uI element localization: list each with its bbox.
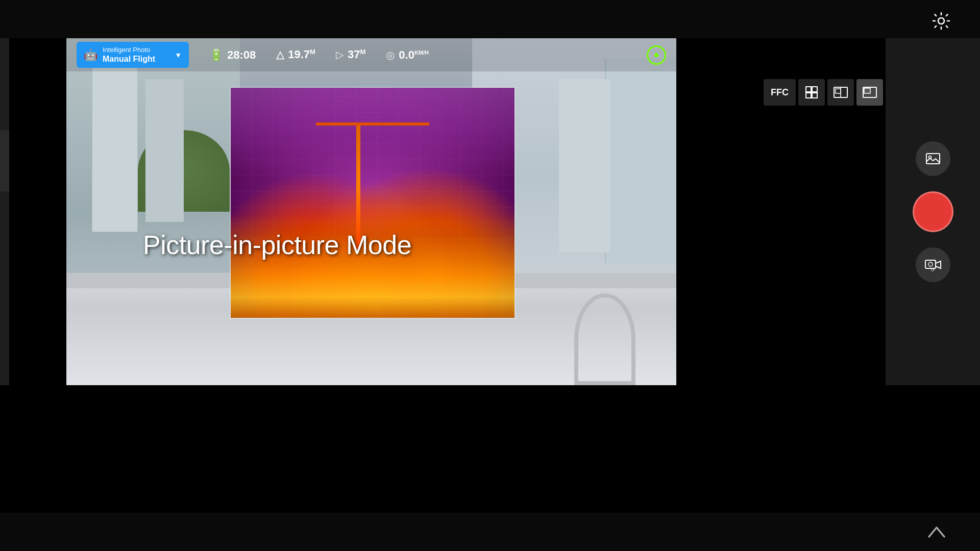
bottom-bar	[0, 513, 980, 551]
chevron-up-button[interactable]	[921, 518, 952, 546]
distance-icon: ▷	[336, 48, 344, 61]
altitude-unit: M	[310, 48, 315, 56]
hud-bar: 🤖 Intelligent Photo Manual Flight ▼ 🔋 28…	[66, 38, 676, 71]
record-button-inner	[920, 199, 946, 224]
split-view-icon	[834, 87, 848, 98]
svg-text:⟳: ⟳	[931, 267, 935, 272]
pip-label-text: Picture-in-picture Mode	[143, 230, 411, 260]
speed-icon: ◎	[386, 49, 395, 61]
gps-indicator	[647, 45, 666, 65]
svg-rect-2	[806, 93, 811, 98]
grid-align-button[interactable]	[798, 79, 825, 106]
thermal-grid-lines	[231, 88, 514, 318]
bg-building-right-2	[559, 79, 610, 253]
left-edge-tab	[0, 130, 9, 191]
ffc-button[interactable]: FFC	[764, 79, 796, 106]
pip-mode-icon	[863, 87, 877, 98]
record-button[interactable]	[913, 191, 953, 232]
svg-rect-9	[926, 154, 940, 164]
gallery-icon	[925, 151, 941, 167]
speed-stat: ◎ 0.0KM/H	[386, 48, 429, 62]
svg-rect-3	[812, 93, 817, 98]
gps-inner-dot	[654, 53, 658, 57]
distance-value: 37M	[348, 48, 365, 61]
pip-mode-label: Picture-in-picture Mode	[133, 224, 422, 265]
bg-building-right-1	[605, 59, 676, 263]
thermal-pip-overlay	[230, 87, 516, 319]
camera-toolbar: FFC	[764, 79, 883, 106]
distance-stat: ▷ 37M	[336, 48, 365, 61]
flight-mode-dropdown-icon: ▼	[175, 51, 182, 59]
thermal-content	[231, 88, 514, 318]
left-edge-panel	[0, 38, 9, 385]
top-bar	[0, 0, 980, 38]
flight-mode-text-group: Intelligent Photo Manual Flight	[103, 46, 155, 64]
flight-mode-line1: Intelligent Photo	[103, 46, 155, 54]
split-view-button[interactable]	[827, 79, 854, 106]
distance-unit: M	[360, 48, 365, 56]
altitude-value: 19.7M	[288, 48, 315, 61]
svg-rect-0	[806, 87, 811, 92]
speed-unit: KM/H	[414, 49, 429, 55]
gallery-button[interactable]	[916, 141, 950, 176]
battery-stat: 🔋 28:08	[209, 48, 256, 62]
flight-mode-drone-icon: 🤖	[84, 48, 97, 62]
svg-point-12	[928, 262, 933, 266]
right-sidebar: ⟳	[886, 38, 980, 385]
ffc-label: FFC	[771, 87, 789, 97]
pip-mode-button[interactable]	[856, 79, 883, 106]
bridge-arch	[574, 293, 635, 385]
svg-rect-1	[812, 87, 817, 92]
flight-mode-line2: Manual Flight	[103, 54, 155, 64]
root: Picture-in-picture Mode 🤖 Intelligent Ph…	[0, 0, 980, 551]
speed-value: 0.0KM/H	[399, 48, 429, 62]
battery-value: 28:08	[227, 48, 256, 62]
svg-rect-5	[836, 89, 841, 93]
main-camera-view: Picture-in-picture Mode	[66, 38, 676, 385]
settings-gear-icon	[932, 12, 950, 30]
svg-rect-8	[864, 88, 870, 93]
altitude-icon: △	[276, 48, 284, 61]
altitude-stat: △ 19.7M	[276, 48, 315, 61]
chevron-up-icon	[926, 524, 947, 540]
bg-building-mid-left	[145, 79, 184, 222]
camera-switch-icon: ⟳	[924, 256, 942, 273]
flight-mode-button[interactable]: 🤖 Intelligent Photo Manual Flight ▼	[77, 42, 189, 68]
settings-button[interactable]	[928, 8, 954, 34]
svg-point-14	[938, 18, 944, 24]
bg-building-tall-left	[92, 54, 138, 232]
battery-icon: 🔋	[209, 48, 223, 62]
camera-switch-button[interactable]: ⟳	[916, 247, 950, 282]
grid-align-icon	[805, 86, 818, 99]
